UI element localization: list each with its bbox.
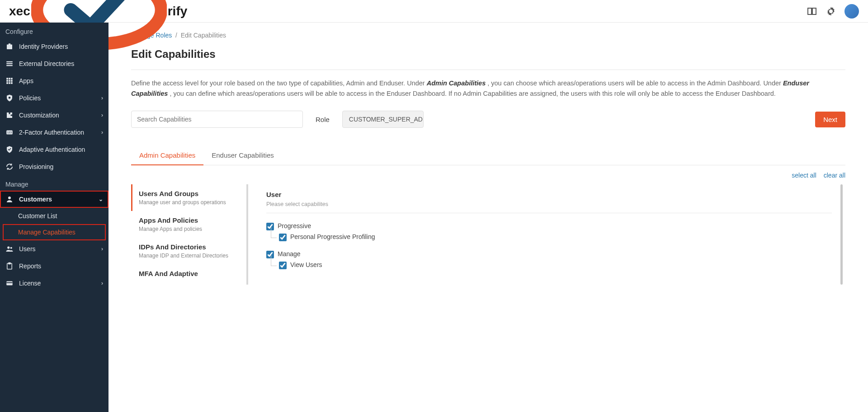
category-apps-and-policies[interactable]: Apps And PoliciesManage Apps and policie… (131, 211, 246, 238)
chevron-down-icon: ⌄ (99, 196, 103, 202)
svg-rect-3 (6, 61, 13, 62)
category-users-and-groups[interactable]: Users And GroupsManage user and groups o… (131, 184, 246, 211)
capability-label: View Users (290, 261, 322, 268)
avatar[interactable] (844, 4, 859, 19)
sidebar-section-manage: Manage (0, 175, 108, 191)
category-title: IDPs And Directories (139, 243, 240, 251)
nav-label: License (19, 280, 41, 287)
sidebar-item-policies[interactable]: Policies› (0, 89, 108, 107)
people-icon (5, 245, 14, 253)
chevron-right-icon: › (101, 246, 103, 252)
svg-rect-22 (9, 263, 11, 264)
svg-point-15 (9, 97, 11, 99)
svg-point-20 (10, 247, 12, 249)
logo-text-post: rify (168, 4, 188, 19)
svg-rect-12 (6, 82, 8, 84)
sidebar-item-reports[interactable]: Reports (0, 258, 108, 275)
capability-label: Personal Progressive Profiling (290, 233, 375, 240)
category-desc: Manage IDP and External Directories (139, 253, 240, 259)
category-idps-and-directories[interactable]: IDPs And DirectoriesManage IDP and Exter… (131, 238, 246, 264)
nav-label: Provisioning (19, 163, 53, 170)
capability-view-users: View Users (279, 261, 832, 269)
sidebar-subitem-manage-capabilities[interactable]: Manage Capabilities (3, 224, 106, 240)
breadcrumb: Manage Roles / Edit Capabilities (131, 32, 845, 39)
select-all-button[interactable]: select all (792, 172, 816, 179)
sync-icon (5, 163, 14, 171)
header: xec rify (0, 0, 868, 23)
breadcrumb-current: Edit Capabilities (181, 32, 226, 39)
gear-icon[interactable] (826, 6, 836, 17)
category-title: Users And Groups (139, 190, 240, 197)
svg-rect-2 (9, 43, 11, 45)
sidebar-item-users[interactable]: Users› (0, 240, 108, 258)
list-icon (5, 60, 14, 68)
nav-label: Identity Providers (19, 43, 68, 50)
capability-detail: User Please select capabilites Progressi… (246, 184, 845, 285)
sidebar: Configure Identity ProvidersExternal Dir… (0, 23, 108, 412)
chevron-right-icon: › (101, 129, 103, 136)
shield-icon (5, 94, 14, 102)
card-icon (5, 279, 14, 287)
svg-rect-11 (11, 80, 13, 82)
svg-text:123: 123 (7, 131, 12, 134)
docs-icon[interactable] (807, 6, 817, 17)
capability-checkbox[interactable] (279, 262, 287, 269)
nav-label: External Directories (19, 60, 74, 67)
clipboard-icon (5, 262, 14, 270)
sidebar-item-license[interactable]: License› (0, 275, 108, 292)
sidebar-item-identity-providers[interactable]: Identity Providers (0, 38, 108, 55)
shield-check-icon (5, 145, 14, 154)
category-desc: Manage user and groups operations (139, 199, 240, 206)
category-title: Apps And Policies (139, 216, 240, 224)
nav-label: Reports (19, 262, 41, 270)
sidebar-item-adaptive-authentication[interactable]: Adaptive Authentication (0, 141, 108, 158)
sidebar-item-customization[interactable]: Customization› (0, 107, 108, 124)
nav-label: Customization (19, 112, 59, 119)
sidebar-item-customers[interactable]: Customers⌄ (0, 191, 108, 208)
tab-enduser-capabilities[interactable]: Enduser Capabilities (203, 146, 282, 165)
svg-rect-23 (6, 281, 13, 286)
badge-icon (5, 42, 14, 51)
divider (266, 213, 832, 213)
nav-label: Adaptive Authentication (19, 146, 85, 153)
chevron-right-icon: › (101, 95, 103, 101)
person-icon (5, 195, 14, 203)
next-button[interactable]: Next (815, 112, 845, 127)
page-title: Edit Capabilities (131, 48, 845, 61)
svg-point-18 (8, 197, 11, 199)
svg-point-19 (7, 246, 9, 248)
svg-rect-10 (9, 80, 10, 82)
nav-label: Users (19, 245, 36, 253)
sidebar-item-2-factor-authentication[interactable]: 1232-Factor Authentication› (0, 124, 108, 141)
chevron-right-icon: › (101, 280, 103, 286)
category-mfa-and-adaptive[interactable]: MFA And Adaptive (131, 264, 246, 285)
svg-rect-8 (11, 78, 13, 80)
sidebar-subitem-customer-list[interactable]: Customer List (0, 208, 108, 224)
logo-text-pre: xec (9, 4, 30, 19)
svg-rect-7 (9, 78, 10, 80)
tab-admin-capabilities[interactable]: Admin Capabilities (131, 146, 203, 165)
capability-label: Manage (278, 250, 301, 258)
svg-rect-6 (6, 78, 8, 80)
svg-rect-1 (7, 45, 12, 50)
sidebar-item-apps[interactable]: Apps (0, 72, 108, 89)
svg-rect-24 (6, 282, 13, 283)
category-desc: Manage Apps and policies (139, 226, 240, 232)
nav-label: Customers (19, 196, 52, 203)
divider (131, 70, 845, 70)
search-input[interactable] (131, 111, 303, 128)
role-value: CUSTOMER_SUPER_AD (342, 111, 424, 128)
detail-subtitle: Please select capabilites (266, 201, 832, 207)
svg-rect-4 (6, 63, 13, 64)
category-title: MFA And Adaptive (139, 270, 240, 277)
sidebar-item-provisioning[interactable]: Provisioning (0, 158, 108, 175)
capability-manage: Manage (266, 250, 832, 258)
puzzle-icon (5, 111, 14, 119)
sidebar-item-external-directories[interactable]: External Directories (0, 55, 108, 72)
tabs: Admin CapabilitiesEnduser Capabilities (131, 146, 845, 165)
capability-checkbox[interactable] (279, 234, 287, 241)
svg-rect-9 (6, 80, 8, 82)
svg-rect-14 (11, 82, 13, 84)
grid-icon (5, 77, 14, 85)
clear-all-button[interactable]: clear all (824, 172, 845, 179)
